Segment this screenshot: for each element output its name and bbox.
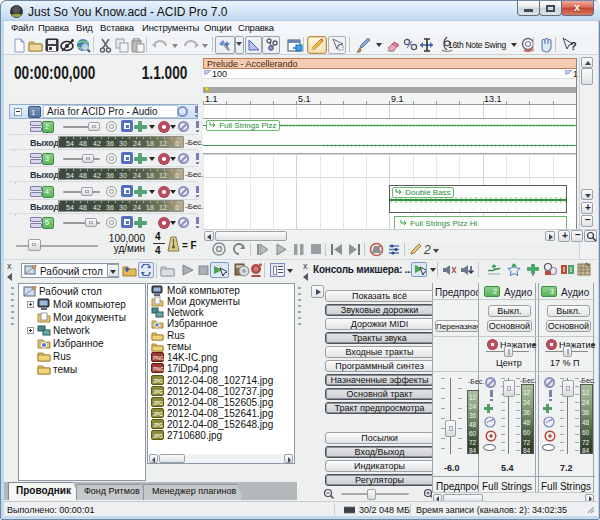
svg-text:?: ? xyxy=(570,40,577,52)
